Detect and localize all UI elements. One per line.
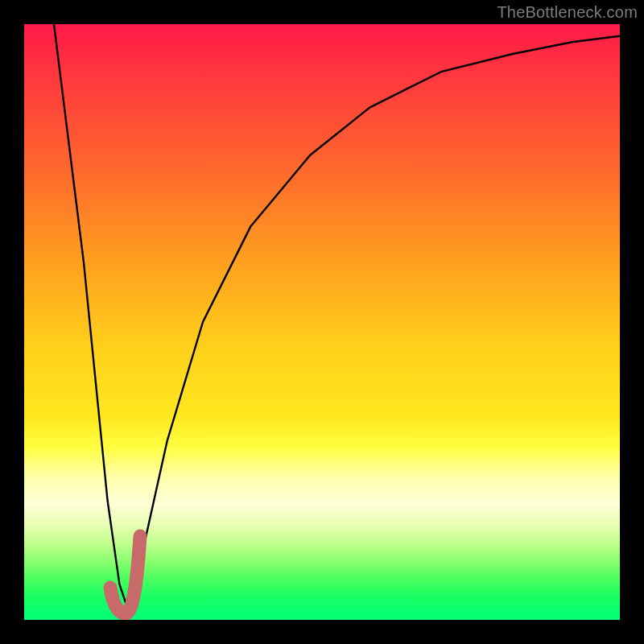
chart-frame: TheBottleneck.com — [0, 0, 644, 644]
chart-overlay — [24, 24, 620, 620]
watermark-text: TheBottleneck.com — [497, 3, 638, 22]
bottleneck-curve-line — [54, 24, 620, 602]
